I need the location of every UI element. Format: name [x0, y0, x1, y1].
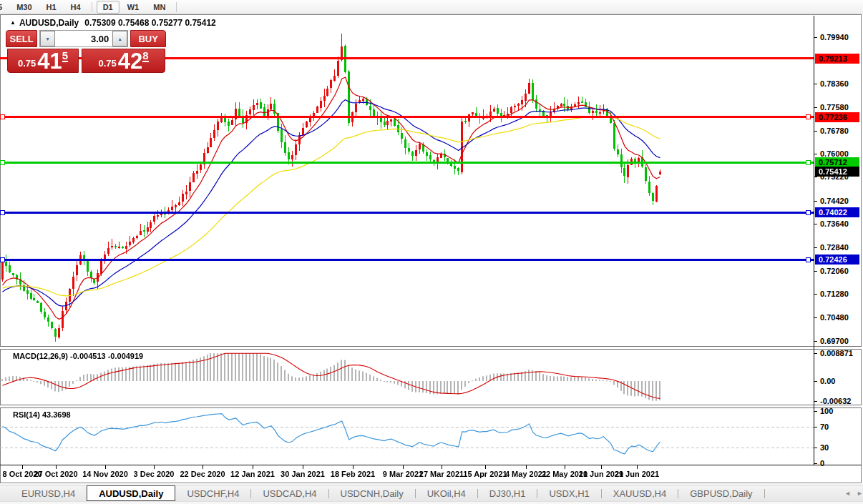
- date-tick-mark: [22, 465, 23, 469]
- buy-price-big-digits: 42: [118, 52, 142, 71]
- date-label: 30 Jan 2021: [281, 470, 325, 478]
- time-axis-line: [0, 465, 862, 465]
- tab-USDCAD-H4[interactable]: USDCAD,H4: [251, 485, 328, 501]
- date-tick-mark: [403, 465, 404, 469]
- volume-increase-icon[interactable]: ▲: [112, 31, 127, 46]
- price-tick-mark: [814, 84, 817, 84]
- price-level-label: 0.72426: [815, 255, 859, 265]
- tab-XAUUSD-H4[interactable]: XAUUSD,H4: [602, 485, 678, 501]
- tab-GBPUSD-Daily[interactable]: GBPUSD,Daily: [678, 485, 764, 501]
- tab-USDCHF-H4[interactable]: USDCHF,H4: [175, 485, 250, 501]
- price-tick-label: 0.69700: [820, 336, 862, 346]
- price-tick-label: 0.72840: [820, 242, 862, 252]
- price-tick-label: 0.73640: [820, 219, 862, 229]
- tab-UKOil-H4[interactable]: UKOil,H4: [416, 485, 477, 501]
- rsi-tick-mark: [814, 427, 817, 428]
- sell-price-pip-digit: 5: [62, 50, 68, 62]
- price-tick-mark: [814, 131, 817, 132]
- timeframe-button-D1[interactable]: D1: [97, 1, 120, 14]
- price-tick-label: 0.78360: [820, 79, 862, 89]
- chart-ohlc-values: 0.75309 0.75468 0.75277 0.75412: [84, 18, 216, 28]
- price-tick-mark: [814, 247, 817, 248]
- one-click-trade-panel: SELL ▼ ▲ BUY 0.75 41 5 0.75 42 8: [6, 30, 166, 73]
- hline-right-handle[interactable]: [806, 114, 811, 119]
- tab-USDCNH-Daily[interactable]: USDCNH,Daily: [329, 485, 415, 501]
- buy-button[interactable]: BUY: [130, 30, 166, 47]
- timeframe-button-H1[interactable]: H1: [40, 1, 63, 14]
- date-tick-mark: [353, 465, 354, 469]
- date-label: 27 Mar 2021: [419, 470, 464, 478]
- timeframe-button-M30[interactable]: M30: [10, 1, 38, 14]
- sell-price-button[interactable]: 0.75 41 5: [7, 49, 79, 73]
- date-tick-mark: [56, 465, 57, 469]
- pane-splitter-rsi[interactable]: [0, 405, 862, 408]
- hline-left-handle[interactable]: [0, 210, 5, 215]
- rsi-tick-label: 100: [820, 406, 862, 416]
- date-tick-mark: [442, 465, 442, 469]
- price-tick-mark: [814, 177, 817, 177]
- rsi-tick-mark: [814, 448, 817, 448]
- date-tick-mark: [154, 465, 155, 469]
- price-tick-label: 0.74420: [820, 196, 862, 206]
- date-label: 4 May 2021: [505, 470, 547, 478]
- volume-decrease-icon[interactable]: ▼: [40, 31, 55, 46]
- price-tick-mark: [814, 37, 817, 38]
- toolbar-separator: [176, 2, 177, 12]
- hline-left-handle[interactable]: [0, 114, 5, 119]
- sell-button[interactable]: SELL: [6, 30, 37, 47]
- timeframe-button-MN[interactable]: MN: [147, 1, 172, 14]
- price-tick-mark: [814, 224, 817, 224]
- timeframe-button-5[interactable]: 5: [0, 1, 9, 14]
- sell-price-big-digits: 41: [37, 52, 62, 71]
- hline-0.75712[interactable]: [0, 162, 814, 164]
- hline-0.77236[interactable]: [0, 116, 814, 118]
- current-price-label: 0.75412: [815, 167, 859, 177]
- price-tick-label: 0.77580: [820, 102, 862, 112]
- price-tick-label: 0.76780: [820, 126, 862, 136]
- timeframe-button-H4[interactable]: H4: [64, 1, 87, 14]
- pane-splitter-macd[interactable]: [0, 346, 862, 350]
- hline-0.72426[interactable]: [0, 259, 814, 261]
- tab-scroll-right-icon[interactable]: ►: [857, 490, 863, 497]
- tab-USDX-H1[interactable]: USDX,H1: [537, 485, 600, 501]
- price-tick-mark: [814, 294, 817, 295]
- macd-tick-label: 0.008871: [820, 348, 862, 358]
- date-label: 12 Jan 2021: [230, 470, 275, 478]
- volume-input[interactable]: [55, 31, 112, 46]
- tab-DJ30-H1[interactable]: DJ30,H1: [478, 485, 537, 501]
- date-label: 27 Oct 2020: [34, 470, 77, 478]
- rsi-indicator-canvas[interactable]: [0, 408, 814, 465]
- date-label: 22 Dec 2020: [180, 470, 225, 478]
- date-tick-mark: [565, 465, 565, 469]
- buy-price-button[interactable]: 0.75 42 8: [82, 49, 165, 73]
- hline-right-handle[interactable]: [806, 210, 811, 215]
- price-level-label: 0.79213: [815, 54, 859, 64]
- price-tick-mark: [814, 341, 817, 342]
- price-level-label: 0.74022: [815, 207, 859, 217]
- status-strip: [0, 501, 863, 504]
- tab-EURUSD-H4[interactable]: EURUSD,H4: [10, 485, 87, 501]
- tab-scroll-left-icon[interactable]: ◄: [844, 490, 851, 497]
- hline-right-handle[interactable]: [806, 257, 811, 262]
- hline-left-handle[interactable]: [0, 160, 5, 165]
- price-tick-mark: [814, 154, 817, 154]
- date-label: 29 Jun 2021: [615, 470, 659, 478]
- rsi-tick-label: 30: [820, 443, 862, 453]
- date-tick-mark: [526, 465, 527, 469]
- price-tick-label: 0.72060: [820, 266, 862, 276]
- rsi-label: RSI(14) 43.3698: [13, 410, 71, 419]
- hline-right-handle[interactable]: [806, 160, 811, 165]
- hline-left-handle[interactable]: [0, 257, 5, 262]
- tab-AUDUSD-Daily[interactable]: AUDUSD,Daily: [87, 485, 175, 501]
- chart-tab-bar: EURUSD,H4AUDUSD,DailyUSDCHF,H4USDCAD,H4U…: [0, 485, 863, 501]
- macd-tick-mark: [814, 401, 817, 402]
- price-level-label: 0.75712: [815, 157, 859, 167]
- price-tick-mark: [814, 317, 817, 318]
- expand-triangle-icon[interactable]: ▲: [10, 19, 16, 26]
- date-label: 14 Nov 2020: [82, 470, 128, 478]
- timeframe-button-W1[interactable]: W1: [121, 1, 146, 14]
- date-tick-mark: [601, 465, 602, 469]
- hline-0.74022[interactable]: [0, 212, 814, 214]
- tab-separator: [764, 489, 765, 498]
- date-label: 15 Apr 2021: [463, 470, 507, 478]
